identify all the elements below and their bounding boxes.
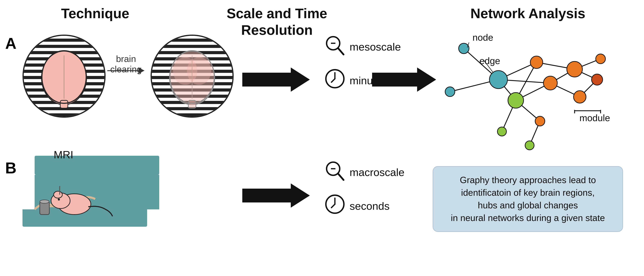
fat-arrow-head-net [417,68,436,92]
svg-point-37 [508,92,524,108]
svg-point-2 [59,57,83,85]
magnify-icon-macroscale [324,159,346,184]
svg-point-57 [54,191,62,198]
svg-point-44 [596,54,606,64]
fat-arrow-b [242,184,310,208]
brain-svg-1 [33,43,95,109]
svg-point-42 [567,62,582,77]
brain-svg-2 [161,43,223,109]
technique-header: Technique [17,5,173,22]
fat-arrow-a [242,68,310,92]
svg-point-58 [58,198,60,200]
svg-point-46 [535,116,545,126]
svg-point-41 [544,76,557,90]
scale-time-header: Scale and TimeResolution [199,5,355,38]
svg-rect-3 [60,100,68,108]
network-graph-svg: node edge module [433,14,623,156]
mri-top-platform [34,156,159,175]
svg-point-45 [592,74,603,85]
brain-clearing-label: brain clearing [107,54,145,74]
svg-text:node: node [472,32,493,42]
svg-line-64 [338,174,344,180]
clock-icon-minutes [324,68,346,92]
svg-rect-9 [188,100,196,108]
svg-point-40 [530,56,543,68]
section-a-label: A [5,34,16,52]
svg-point-34 [490,70,508,88]
section-b-label: B [5,159,16,177]
svg-point-8 [187,57,211,85]
brain-circle-2 [150,34,234,118]
macroscale-label: macroscale [350,166,404,178]
svg-point-38 [498,127,506,136]
svg-point-43 [574,91,586,103]
fat-arrow-body-b [242,188,291,202]
mesoscale-label: mesoscale [350,41,401,53]
mouse-illustration [26,175,116,220]
fat-arrow-body-a [242,73,291,86]
fat-arrow-to-network [372,68,436,92]
info-box: Graphy theory approaches lead to identif… [433,166,623,232]
clock-icon-seconds [324,193,346,218]
main-container: Technique Scale and TimeResolution Netwo… [0,0,644,276]
mri-label: MRI [54,148,74,161]
svg-text:edge: edge [480,56,500,66]
fat-arrow-head-b [291,184,310,208]
svg-point-36 [445,87,455,96]
fat-arrow-body-net [372,73,417,86]
info-box-text: Graphy theory approaches lead to identif… [451,174,605,224]
svg-point-35 [459,43,469,54]
network-graph-container: node edge module [433,14,623,156]
svg-line-14 [338,48,344,54]
magnify-icon-mesoscale [324,34,346,59]
seconds-label: seconds [350,200,390,212]
svg-point-39 [525,141,534,150]
svg-point-61 [40,200,49,203]
fat-arrow-head-a [291,68,310,92]
brain-circle-1 [22,34,106,118]
svg-text:module: module [580,113,610,123]
